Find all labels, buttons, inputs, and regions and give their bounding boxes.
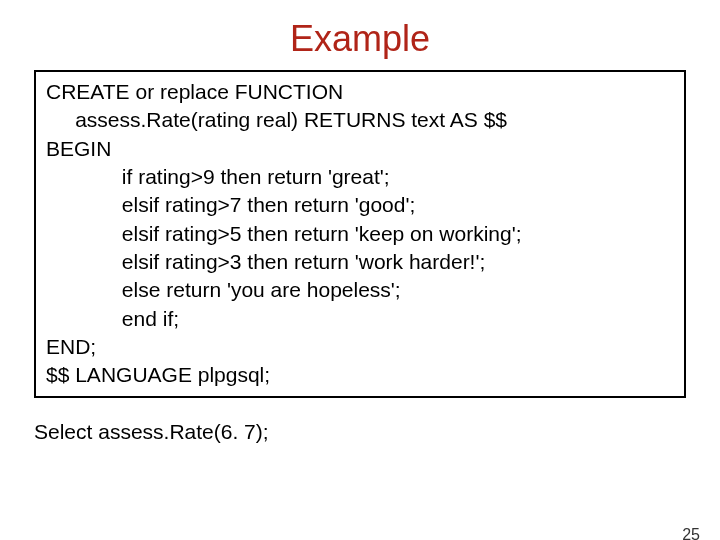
code-line: else return 'you are hopeless'; — [46, 278, 401, 301]
code-line: end if; — [46, 307, 179, 330]
page-number: 25 — [682, 526, 700, 540]
code-line: elsif rating>5 then return 'keep on work… — [46, 222, 522, 245]
code-line: CREATE or replace FUNCTION — [46, 80, 343, 103]
code-line: if rating>9 then return 'great'; — [46, 165, 390, 188]
code-line: END; — [46, 335, 96, 358]
code-line: elsif rating>7 then return 'good'; — [46, 193, 415, 216]
slide: Example CREATE or replace FUNCTION asses… — [0, 18, 720, 540]
query-line: Select assess.Rate(6. 7); — [34, 420, 686, 444]
code-line: $$ LANGUAGE plpgsql; — [46, 363, 270, 386]
code-block: CREATE or replace FUNCTION assess.Rate(r… — [34, 70, 686, 398]
code-line: assess.Rate(rating real) RETURNS text AS… — [46, 108, 507, 131]
slide-title: Example — [0, 18, 720, 60]
code-line: elsif rating>3 then return 'work harder!… — [46, 250, 485, 273]
code-line: BEGIN — [46, 137, 111, 160]
